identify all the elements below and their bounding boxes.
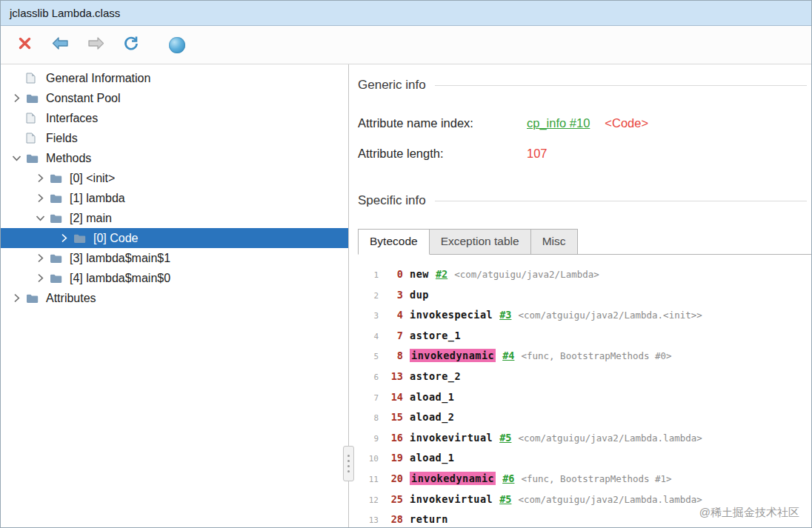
browser-button[interactable] bbox=[164, 32, 190, 59]
cp-info-link[interactable]: cp_info #10 bbox=[527, 116, 590, 130]
bytecode-line: 10new#2<com/atguigu/java2/Lambda> bbox=[361, 264, 811, 285]
chevron-right-icon[interactable] bbox=[54, 233, 73, 243]
chevron-right-icon[interactable] bbox=[30, 193, 50, 203]
bytecode-mnemonic: astore_2 bbox=[410, 370, 461, 382]
bytecode-offset: 14 bbox=[387, 388, 403, 407]
tree-item-label: [3] lambda$main$1 bbox=[70, 252, 170, 265]
line-number: 2 bbox=[361, 287, 379, 306]
bytecode-offset: 8 bbox=[387, 347, 403, 366]
watermark: @稀土掘金技术社区 bbox=[699, 506, 799, 520]
folder-icon bbox=[50, 193, 64, 204]
bytecode-offset: 7 bbox=[387, 327, 403, 346]
tree-item-label: [1] lambda bbox=[70, 192, 125, 205]
attribute-length-row: Attribute length: 107 bbox=[358, 147, 811, 161]
tree-item-label: Constant Pool bbox=[46, 92, 121, 105]
bytecode-mnemonic: invokevirtual bbox=[410, 493, 493, 505]
bytecode-offset: 28 bbox=[387, 510, 403, 527]
bytecode-line: 1120invokedynamic#6<func, BootstrapMetho… bbox=[361, 469, 811, 489]
bytecode-offset: 16 bbox=[387, 429, 403, 448]
attribute-length-label: Attribute length: bbox=[358, 147, 527, 161]
chevron-right-icon[interactable] bbox=[7, 93, 26, 103]
bytecode-line: 58invokedynamic#4<func, BootstrapMethods… bbox=[361, 346, 811, 367]
bytecode-offset: 25 bbox=[387, 490, 403, 509]
tree-item[interactable]: [3] lambda$main$1 bbox=[1, 248, 348, 268]
line-number: 9 bbox=[361, 430, 379, 449]
bytecode-mnemonic: aload_1 bbox=[410, 452, 454, 464]
bytecode-operand-detail: <com/atguigu/java2/Lambda.<init>> bbox=[518, 310, 702, 321]
splitter-handle[interactable] bbox=[343, 446, 354, 481]
code-tag-value: <Code> bbox=[605, 116, 648, 130]
tree-item[interactable]: [0] <init> bbox=[1, 168, 348, 188]
tree-item[interactable]: [4] lambda$main$0 bbox=[1, 268, 348, 288]
constant-pool-link[interactable]: #3 bbox=[499, 309, 511, 321]
bytecode-line: 23dup bbox=[361, 285, 811, 306]
tree-item[interactable]: Attributes bbox=[1, 288, 348, 308]
tree-item[interactable]: Methods bbox=[1, 148, 348, 168]
bytecode-offset: 19 bbox=[387, 449, 403, 468]
bytecode-line: 47astore_1 bbox=[361, 326, 811, 347]
tab-bytecode[interactable]: Bytecode bbox=[358, 229, 430, 255]
bytecode-line: 815aload_2 bbox=[361, 407, 811, 428]
chevron-right-icon[interactable] bbox=[30, 173, 50, 183]
tab-exception-table[interactable]: Exception table bbox=[429, 229, 531, 254]
attribute-name-index-label: Attribute name index: bbox=[358, 116, 527, 130]
chevron-right-icon[interactable] bbox=[30, 273, 50, 283]
generic-info-title: Generic info bbox=[358, 78, 426, 93]
header-rule bbox=[435, 85, 807, 86]
line-number: 5 bbox=[361, 347, 379, 367]
chevron-right-icon[interactable] bbox=[30, 253, 50, 263]
forward-button[interactable] bbox=[82, 32, 109, 59]
tree-item[interactable]: [2] main bbox=[1, 208, 348, 228]
document-icon bbox=[26, 133, 40, 144]
tree-item[interactable]: General Information bbox=[1, 68, 348, 88]
header-rule bbox=[435, 201, 807, 201]
tab-misc[interactable]: Misc bbox=[530, 229, 578, 254]
bytecode-operand-detail: <func, BootstrapMethods #1> bbox=[521, 473, 671, 484]
jclasslib-window: jclasslib Lambda.class bbox=[0, 0, 812, 528]
bytecode-offset: 20 bbox=[387, 469, 403, 489]
generic-info-header: Generic info bbox=[358, 78, 811, 93]
detail-panel: Generic info Attribute name index: cp_in… bbox=[349, 64, 811, 527]
tab-bar: BytecodeException tableMisc bbox=[358, 229, 811, 255]
titlebar: jclasslib Lambda.class bbox=[1, 1, 811, 26]
tree-item[interactable]: Fields bbox=[1, 128, 348, 148]
folder-icon bbox=[50, 213, 64, 224]
constant-pool-link[interactable]: #4 bbox=[502, 350, 514, 361]
close-button[interactable] bbox=[11, 32, 38, 59]
folder-icon bbox=[26, 153, 40, 164]
browser-sphere-icon bbox=[169, 37, 185, 53]
tree-item-label: General Information bbox=[46, 72, 150, 85]
reload-button[interactable] bbox=[118, 32, 144, 59]
bytecode-mnemonic: invokedynamic bbox=[410, 472, 496, 485]
tree-item[interactable]: Interfaces bbox=[1, 108, 348, 128]
folder-icon bbox=[26, 293, 40, 304]
tree-item-label: Fields bbox=[46, 132, 78, 145]
close-icon bbox=[18, 36, 32, 53]
folder-icon bbox=[50, 173, 64, 184]
chevron-down-icon[interactable] bbox=[30, 213, 50, 223]
tree-item-label: Methods bbox=[46, 152, 91, 165]
tree-item[interactable]: Constant Pool bbox=[1, 88, 348, 108]
chevron-right-icon[interactable] bbox=[7, 293, 26, 303]
tree-item-label: Interfaces bbox=[46, 112, 98, 125]
bytecode-mnemonic: new bbox=[410, 268, 429, 280]
bytecode-mnemonic: aload_2 bbox=[410, 411, 454, 423]
bytecode-line: 1019aload_1 bbox=[361, 448, 811, 469]
back-button[interactable] bbox=[47, 32, 73, 59]
tree-item[interactable]: [1] lambda bbox=[1, 188, 348, 208]
constant-pool-link[interactable]: #5 bbox=[499, 432, 511, 444]
constant-pool-link[interactable]: #2 bbox=[436, 268, 447, 280]
chevron-down-icon[interactable] bbox=[7, 153, 26, 163]
forward-arrow-icon bbox=[87, 36, 105, 53]
constant-pool-link[interactable]: #5 bbox=[499, 493, 511, 505]
constant-pool-link[interactable]: #6 bbox=[502, 472, 514, 484]
specific-info-title: Specific info bbox=[358, 193, 426, 208]
document-icon bbox=[26, 73, 40, 84]
bytecode-line: 613astore_2 bbox=[361, 367, 811, 387]
toolbar bbox=[1, 26, 811, 64]
bytecode-mnemonic: return bbox=[410, 513, 448, 525]
bytecode-offset: 15 bbox=[387, 408, 403, 427]
line-number: 3 bbox=[361, 307, 379, 326]
bytecode-mnemonic: astore_1 bbox=[410, 330, 461, 341]
tree-item[interactable]: [0] Code bbox=[1, 228, 348, 248]
